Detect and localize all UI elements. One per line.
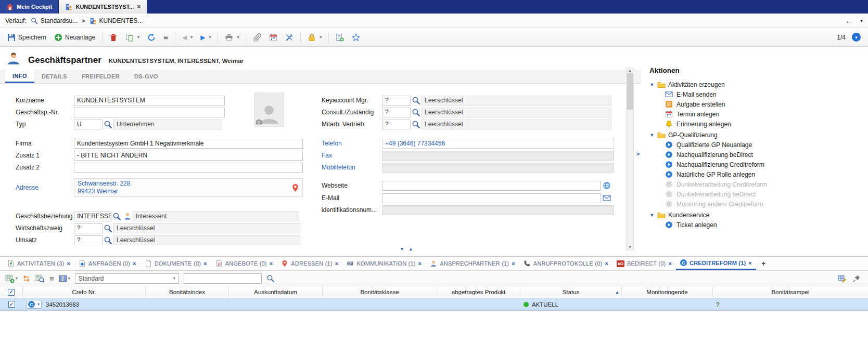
- action-group-aktivitaeten[interactable]: ▼ Aktivitäten erzeugen: [649, 80, 864, 89]
- scroll-down-icon[interactable]: ▼: [628, 245, 632, 249]
- adresse-link-label[interactable]: Adresse: [16, 184, 74, 191]
- tab-freifelder[interactable]: FREIFELDER: [74, 70, 127, 83]
- column-header-monitoringende[interactable]: Monitoringende: [622, 286, 713, 298]
- email-icon[interactable]: [603, 194, 611, 202]
- map-icon[interactable]: [291, 183, 300, 192]
- close-icon[interactable]: ×: [512, 260, 515, 267]
- grid-transfer-button[interactable]: [22, 274, 31, 283]
- close-icon[interactable]: ×: [67, 260, 70, 267]
- keyaccount-code-field[interactable]: ?: [382, 96, 411, 105]
- copy-button[interactable]: ▾: [122, 31, 143, 44]
- tab-ds-gvo[interactable]: DS-GVO: [127, 70, 165, 83]
- add-link-button[interactable]: [333, 31, 347, 44]
- new-record-button[interactable]: Neuanlage: [51, 31, 98, 44]
- grid-search-input[interactable]: [184, 273, 262, 284]
- refresh-button[interactable]: [144, 31, 159, 44]
- action-nachqualifizierung-bedirect[interactable]: Nachqualifizierung beDirect: [665, 150, 864, 160]
- calendar-button[interactable]: [266, 31, 280, 44]
- select-all-checkbox[interactable]: ✓: [8, 289, 15, 296]
- typ-code-field[interactable]: U: [74, 120, 103, 129]
- column-header-bonitaetsampel[interactable]: Bonitätsampel: [713, 286, 868, 298]
- table-row[interactable]: ✓ C ▾ 3452013683 AKTUELL ?: [0, 298, 868, 311]
- action-erinnerung-anlegen[interactable]: Erinnerung anlegen: [665, 119, 864, 129]
- column-header-abgefragtes-produkt[interactable]: abgefragtes Produkt: [437, 286, 520, 298]
- action-group-gp-qualifizierung[interactable]: ▼ GP-Qualifizierung: [649, 130, 864, 140]
- grid-new-record-button[interactable]: ▾: [5, 274, 18, 283]
- search-icon[interactable]: [266, 274, 275, 283]
- tools-button[interactable]: [282, 31, 297, 44]
- tab-info[interactable]: INFO: [5, 70, 34, 83]
- lock-button[interactable]: ▾: [304, 31, 325, 44]
- lookup-icon[interactable]: [412, 108, 420, 117]
- panel-expand-handle[interactable]: >: [635, 147, 641, 161]
- list-menu-button[interactable]: ≡: [160, 31, 171, 44]
- close-icon[interactable]: ×: [133, 260, 136, 267]
- form-scrollbar[interactable]: ▲ ▼: [626, 68, 634, 250]
- bottom-tab-creditreform[interactable]: C CREDITREFORM (1) ×: [676, 257, 756, 270]
- navigate-back-button[interactable]: ◀▾: [179, 31, 196, 44]
- grid-search-button[interactable]: [35, 274, 45, 283]
- bottom-tab-kommunikation[interactable]: KOMMUNIKATION (1) ×: [342, 257, 426, 270]
- chevron-down-icon[interactable]: ▼: [649, 82, 655, 87]
- grid-columns-button[interactable]: ▾: [59, 274, 70, 283]
- pin-icon[interactable]: [852, 274, 861, 283]
- firma-field[interactable]: Kundentestsystem GmbH 1 Negativmerkmale: [74, 139, 303, 149]
- attachment-button[interactable]: [250, 31, 264, 44]
- webseite-field[interactable]: [382, 181, 601, 191]
- view-selector[interactable]: Standard ▾: [75, 273, 179, 284]
- mobiltelefon-link-label[interactable]: Mobiltelefon: [322, 164, 382, 171]
- favorite-button[interactable]: [349, 31, 363, 44]
- zusatz2-field[interactable]: [74, 163, 303, 173]
- globe-icon[interactable]: [603, 181, 611, 190]
- column-header-bonitaetsklasse[interactable]: Bonitätsklasse: [323, 286, 437, 298]
- umsatz-code-field[interactable]: ?: [74, 235, 103, 245]
- bottom-tab-angebote[interactable]: ANGEBOTE (0) ×: [211, 257, 277, 270]
- bottom-tab-aktivitaeten[interactable]: AKTIVITÄTEN (3) ×: [3, 257, 74, 270]
- history-item-kundentestsystem[interactable]: KUNDENTES...: [90, 17, 143, 24]
- close-icon[interactable]: ×: [203, 260, 207, 267]
- column-header-bonitaetsindex[interactable]: Bonitätsindex: [146, 286, 229, 298]
- save-button[interactable]: Speichern: [4, 31, 49, 44]
- tab-details[interactable]: DETAILS: [34, 70, 74, 83]
- contact-photo-placeholder[interactable]: [254, 93, 284, 127]
- delete-button[interactable]: [106, 31, 121, 44]
- bottom-tab-anrufprotokolle[interactable]: ANRUFPROTOKOLLE (0) ×: [519, 257, 612, 270]
- action-termin-anlegen[interactable]: Termin anlegen: [665, 109, 864, 119]
- action-natuerliche-gp-rolle-anlegen[interactable]: Natürliche GP Rolle anlegen: [665, 169, 864, 179]
- close-icon[interactable]: ×: [748, 260, 752, 266]
- geschaeftsp-nr-field[interactable]: [74, 108, 225, 117]
- adresse-field[interactable]: Schwanseestr. 228 99423 Weimar: [74, 178, 303, 197]
- chevron-down-icon[interactable]: ▼: [649, 213, 655, 218]
- sort-ascending-icon[interactable]: ▲: [615, 290, 619, 295]
- close-icon[interactable]: ×: [270, 260, 273, 267]
- back-arrow-icon[interactable]: ←: [845, 16, 853, 25]
- navigate-forward-button[interactable]: ▶▾: [197, 31, 214, 44]
- chevron-down-icon[interactable]: ▼: [649, 133, 655, 138]
- window-tab-record[interactable]: KUNDENTESTSYST... ×: [59, 0, 147, 14]
- lookup-icon[interactable]: [104, 120, 112, 129]
- close-icon[interactable]: ×: [335, 260, 339, 267]
- consult-code-field[interactable]: ?: [382, 108, 411, 117]
- bottom-tab-dokumente[interactable]: DOKUMENTE (0) ×: [141, 257, 211, 270]
- lookup-icon[interactable]: [412, 96, 420, 105]
- collapse-down-icon[interactable]: ▾: [401, 246, 403, 252]
- edit-grid-icon[interactable]: [838, 274, 846, 283]
- vertrieb-code-field[interactable]: ?: [382, 120, 411, 129]
- action-aufgabe-erstellen[interactable]: Aufgabe erstellen: [665, 99, 864, 109]
- telefon-link-label[interactable]: Telefon: [322, 140, 382, 147]
- history-item-standardsuche[interactable]: Standardsu...: [31, 17, 78, 24]
- lookup-icon[interactable]: [412, 120, 420, 129]
- zusatz1-field[interactable]: - BITTE NICHT ÄNDERN: [74, 151, 303, 161]
- lookup-icon[interactable]: [104, 236, 112, 245]
- action-nachqualifizierung-creditreform[interactable]: Nachqualifizierung Creditreform: [665, 160, 864, 169]
- kurzname-field[interactable]: KUNDENTESTSYSTEM: [74, 96, 225, 105]
- camera-icon[interactable]: [256, 118, 262, 125]
- scrollbar-thumb[interactable]: [627, 73, 633, 110]
- row-checkbox[interactable]: ✓: [8, 301, 15, 308]
- lookup-icon[interactable]: [104, 224, 112, 233]
- adresse-street[interactable]: Schwanseestr. 228: [78, 180, 289, 188]
- telefon-field[interactable]: +49 (3646) 77334456: [382, 139, 614, 149]
- close-icon[interactable]: ×: [605, 260, 608, 267]
- grid-list-view-button[interactable]: ≡: [49, 274, 54, 283]
- column-header-status[interactable]: Status▲: [520, 286, 622, 298]
